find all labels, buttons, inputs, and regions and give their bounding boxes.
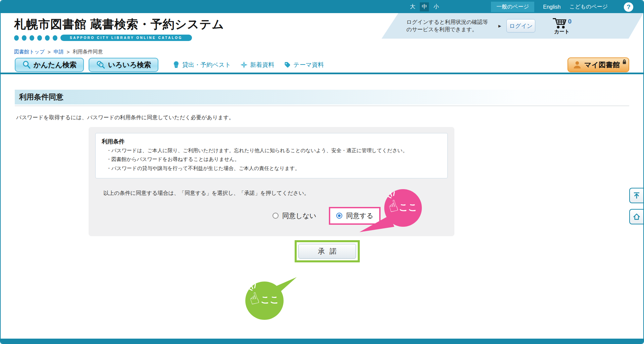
terms-item: ・図書館からパスワードをお尋ねすることはありません。 [106, 155, 441, 163]
terms-heading: 利用条件 [102, 138, 441, 145]
tab-label: かんたん検索 [34, 60, 77, 70]
site-subtitle: SAPPORO CITY LIBRARY ONLINE CATALOG [60, 35, 192, 41]
page: 大 中 小 一般のページ English こどものページ ? 札幌市図書館 蔵書… [0, 0, 644, 344]
nav-link-lending-reservation-best[interactable]: 貸出・予約ベスト [172, 61, 231, 69]
home-icon [633, 213, 641, 221]
main-content: 利用条件同意 パスワードを取得するには、パスワードの利用条件に同意していただく必… [1, 90, 643, 262]
header-divider [1, 73, 643, 74]
help-icon[interactable]: ? [624, 2, 633, 12]
tab-simple-search[interactable]: かんたん検索 [15, 58, 84, 72]
breadcrumb-current: 利用条件同意 [73, 49, 103, 55]
footer-bar [1, 339, 643, 343]
pointing-hand-icon: ☝ [247, 290, 261, 307]
terms-item: ・パスワードは、ご本人に限り、ご利用いただけます。忘れたり他人に知られることのな… [106, 146, 441, 154]
nav-link-label: 貸出・予約ベスト [182, 61, 231, 69]
login-button[interactable]: ログイン [506, 19, 535, 33]
logo-dot [45, 35, 50, 41]
text-size-medium-button[interactable]: 中 [420, 2, 429, 11]
sparkle-icon [240, 61, 248, 69]
cart-label: カート [554, 29, 569, 35]
cart-count-badge: 0 [568, 18, 572, 25]
login-message: ログインすると利用状況の確認等のサービスを利用できます。 [406, 18, 493, 33]
arrow-right-icon: ▶ [498, 24, 501, 28]
page-title: 利用条件同意 [15, 90, 629, 104]
top-utility-bar: 大 中 小 一般のページ English こどものページ ? [1, 1, 643, 13]
here-callout-green: ☝ ここ [245, 282, 284, 320]
breadcrumb-library-top[interactable]: 図書館トップ [14, 49, 45, 55]
tag-icon [284, 61, 291, 69]
site-logo: 札幌市図書館 蔵書検索・予約システム SAPPORO CITY LIBRARY … [1, 13, 224, 47]
logo-dot [22, 35, 27, 41]
terms-item: ・パスワードの貸与や譲与を行って不利益が生じた場合、ご本人の責任となります。 [106, 164, 441, 172]
breadcrumb: 図書館トップ > 申請 > 利用条件同意 [1, 47, 643, 56]
title-underline [15, 104, 629, 106]
home-button[interactable] [629, 209, 643, 224]
breadcrumb-application[interactable]: 申請 [54, 49, 64, 55]
search-icon [22, 60, 31, 69]
here-callout-pink: ☝ ここ [384, 189, 422, 227]
arrow-to-top-icon [633, 191, 641, 200]
pointing-hand-icon: ☝ [386, 198, 400, 215]
person-icon [573, 60, 582, 69]
intro-text: パスワードを取得するには、パスワードの利用条件に同意していただく必要があります。 [16, 114, 643, 121]
site-title: 札幌市図書館 蔵書検索・予約システム [14, 16, 224, 32]
accept-button[interactable]: 承諾 [298, 244, 356, 259]
general-page-link[interactable]: 一般のページ [491, 2, 534, 12]
tab-label: いろいろ検索 [108, 60, 151, 70]
radio-circle-icon[interactable] [273, 213, 279, 219]
tab-label: マイ図書館 [584, 60, 620, 70]
logo-dot [37, 35, 42, 41]
nav-link-label: テーマ資料 [293, 61, 324, 69]
nav-link-label: 新着資料 [250, 61, 274, 69]
scroll-to-top-button[interactable] [629, 188, 643, 203]
here-label: ここ [399, 201, 417, 213]
cart-button[interactable]: 0 カート [552, 17, 572, 35]
logo-dot [53, 35, 57, 41]
submit-highlight-box: 承諾 [295, 240, 360, 262]
logo-dot [30, 35, 34, 41]
login-panel: ログインすると利用状況の確認等のサービスを利用できます。 ▶ ログイン 0 カー… [382, 13, 643, 39]
tab-various-search[interactable]: いろいろ検索 [89, 58, 158, 72]
breadcrumb-separator: > [48, 49, 51, 55]
nav-link-new-materials[interactable]: 新着資料 [240, 61, 274, 69]
header: 札幌市図書館 蔵書検索・予約システム SAPPORO CITY LIBRARY … [1, 13, 643, 47]
breadcrumb-separator: > [67, 49, 70, 55]
logo-dot [14, 35, 19, 41]
here-label: ここ [261, 294, 279, 306]
radio-circle-selected-icon[interactable] [336, 213, 342, 219]
cart-icon [552, 17, 567, 29]
double-search-icon [96, 60, 105, 69]
text-size-large-button[interactable]: 大 [408, 2, 417, 11]
text-size-controls: 大 中 小 [408, 2, 441, 11]
nav-link-theme-materials[interactable]: テーマ資料 [284, 61, 324, 69]
kids-page-link[interactable]: こどものページ [569, 3, 608, 10]
main-navigation: かんたん検索 いろいろ検索 貸出・予約ベスト 新着資料 [1, 56, 643, 73]
lock-icon [622, 59, 627, 64]
text-size-small-button[interactable]: 小 [432, 2, 441, 11]
radio-label: 同意しない [282, 211, 316, 220]
terms-box: 利用条件 ・パスワードは、ご本人に限り、ご利用いただけます。忘れたり他人に知られ… [95, 133, 448, 178]
site-subtitle-row: SAPPORO CITY LIBRARY ONLINE CATALOG [14, 35, 224, 41]
english-link[interactable]: English [543, 4, 560, 10]
radio-disagree[interactable]: 同意しない [273, 211, 316, 220]
tab-my-library[interactable]: マイ図書館 [567, 57, 629, 72]
medal-icon [172, 61, 180, 69]
